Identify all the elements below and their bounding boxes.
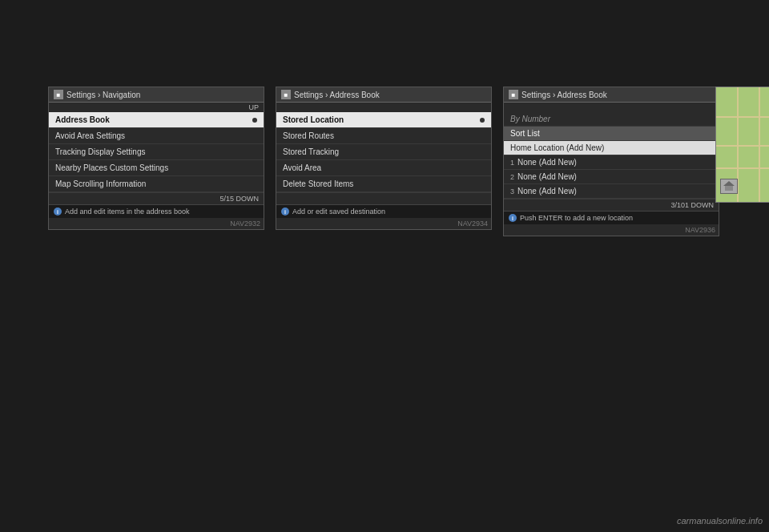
panel3-page-indicator: 3/101 DOWN (504, 199, 719, 211)
map-thumbnail (715, 87, 769, 203)
menu-item-stored-location[interactable]: Stored Location (276, 112, 491, 128)
menu-item-label: Delete Stored Items (283, 179, 353, 188)
item-num-2: 2 (510, 173, 514, 181)
home-location-label: Home Location (Add New) (510, 143, 604, 152)
menu-item-address-book[interactable]: Address Book (49, 112, 264, 128)
map-road-h1 (716, 116, 769, 118)
item-num-3: 3 (510, 187, 514, 195)
menu-item-avoid-area[interactable]: Avoid Area (276, 160, 491, 176)
panel3-header: ■ Settings › Address Book (504, 87, 719, 103)
panel3-item-1[interactable]: 1 None (Add New) (504, 155, 719, 170)
item-label-2: None (Add New) (517, 172, 577, 181)
menu-item-label: Avoid Area (283, 163, 321, 172)
menu-item-label: Avoid Area Settings (55, 131, 125, 140)
panel1-header-icon: ■ (54, 90, 63, 99)
menu-item-label: Map Scrolling Information (55, 179, 146, 188)
item-label-1: None (Add New) (517, 158, 577, 167)
map-road-h3 (716, 167, 769, 169)
panel1-up-label: UP (49, 103, 264, 112)
panel1-info-text: Add and edit items in the address book (65, 208, 190, 216)
panel3-header-title: Settings › Address Book (521, 91, 607, 99)
panel3-by-number[interactable]: By Number (504, 112, 719, 127)
menu-item-label: Address Book (55, 115, 110, 124)
panels-container: ■ Settings › Navigation UP Address Book … (48, 87, 719, 236)
map-road-v2 (759, 87, 760, 202)
menu-item-nearby[interactable]: Nearby Places Custom Settings (49, 160, 264, 176)
menu-item-stored-routes[interactable]: Stored Routes (276, 128, 491, 144)
panel1-page-indicator: 5/15 DOWN (49, 192, 264, 204)
panel1-header: ■ Settings › Navigation (49, 87, 264, 103)
menu-item-map-scroll[interactable]: Map Scrolling Information (49, 176, 264, 192)
panel3-header-icon: ■ (509, 90, 518, 99)
map-grid (716, 87, 769, 202)
menu-item-label: Nearby Places Custom Settings (55, 163, 168, 172)
item-label-3: None (Add New) (517, 187, 577, 195)
by-number-label: By Number (510, 115, 550, 123)
map-icon (720, 179, 738, 194)
menu-item-label: Tracking Display Settings (55, 147, 145, 156)
menu-item-label: Stored Routes (283, 131, 334, 140)
panel2-header-title: Settings › Address Book (294, 91, 380, 99)
panel3-nav-code: NAV2936 (504, 224, 719, 236)
svg-rect-0 (725, 185, 733, 191)
panel3-item-2[interactable]: 2 None (Add New) (504, 170, 719, 184)
menu-item-dot (252, 118, 257, 123)
sort-list-label: Sort List (510, 129, 540, 138)
panel1-info-bar: i Add and edit items in the address book (49, 204, 264, 218)
panel3-home-location[interactable]: Home Location (Add New) (504, 141, 719, 155)
panel1-header-title: Settings › Navigation (66, 91, 140, 99)
menu-item-tracking[interactable]: Tracking Display Settings (49, 144, 264, 160)
panel3-info-text: Push ENTER to add a new location (520, 214, 633, 222)
panel1-nav-code: NAV2932 (49, 218, 264, 229)
menu-item-label: Stored Location (283, 115, 344, 124)
watermark: carmanualsonline.info (677, 516, 763, 526)
menu-item-avoid-area[interactable]: Avoid Area Settings (49, 128, 264, 144)
info-icon-3: i (509, 214, 517, 222)
map-road-h2 (716, 145, 769, 147)
panel3-wrapper: ■ Settings › Address Book By Number Sort… (503, 87, 719, 236)
svg-marker-1 (723, 181, 735, 186)
panel2-header-icon: ■ (281, 90, 291, 99)
panel2-info-bar: i Add or edit saved destination (276, 204, 491, 218)
menu-item-stored-tracking[interactable]: Stored Tracking (276, 144, 491, 160)
info-icon: i (54, 208, 62, 216)
menu-item-delete-stored[interactable]: Delete Stored Items (276, 176, 491, 192)
page-background: ■ Settings › Navigation UP Address Book … (0, 0, 769, 532)
panel2-up-label (276, 103, 491, 112)
panel2-nav-code: NAV2934 (276, 218, 491, 229)
map-home-icon (723, 181, 735, 191)
panel2-header: ■ Settings › Address Book (276, 87, 491, 103)
panel3-up-label (504, 103, 719, 112)
panel-stored-location: ■ Settings › Address Book By Number Sort… (503, 87, 719, 236)
panel2-info-text: Add or edit saved destination (292, 208, 385, 216)
panel-navigation: ■ Settings › Navigation UP Address Book … (48, 87, 264, 230)
menu-item-dot (480, 118, 485, 123)
panel3-info-bar: i Push ENTER to add a new location (504, 211, 719, 224)
item-num-1: 1 (510, 159, 514, 167)
panel3-sort-list[interactable]: Sort List (504, 127, 719, 141)
info-icon-2: i (281, 208, 289, 216)
menu-item-label: Stored Tracking (283, 147, 339, 156)
panel3-item-3[interactable]: 3 None (Add New) (504, 184, 719, 199)
panel2-page-indicator (276, 192, 491, 204)
panel-address-book: ■ Settings › Address Book Stored Locatio… (276, 87, 492, 230)
